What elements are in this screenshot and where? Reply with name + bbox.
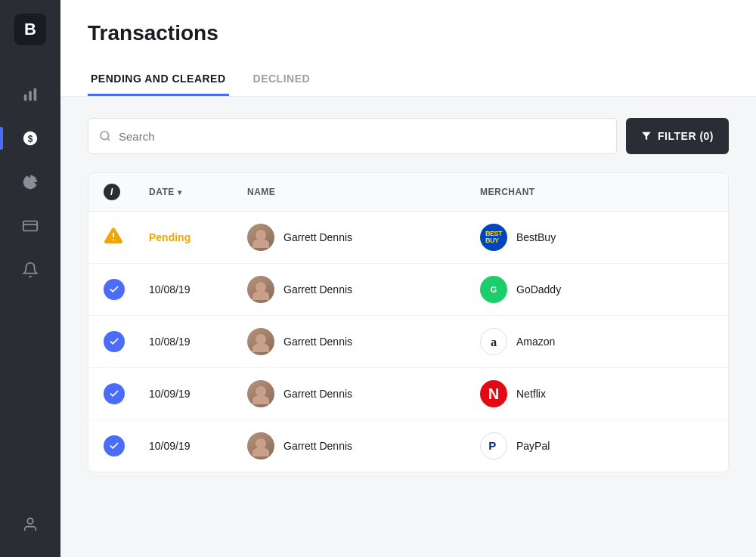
tab-declined[interactable]: DECLINED xyxy=(250,63,314,96)
header-info: i xyxy=(104,184,149,200)
transaction-date: Pending xyxy=(149,231,247,243)
name-cell: Garrett Dennis xyxy=(247,276,480,303)
name-cell: Garrett Dennis xyxy=(247,328,480,355)
transaction-date: 10/09/19 xyxy=(149,440,247,452)
merchant-logo-paypal: P xyxy=(480,432,507,460)
header-name: NAME xyxy=(247,184,480,200)
page-title: Transactions xyxy=(88,21,729,45)
merchant-cell: BESTBUY BestBuy xyxy=(480,224,713,251)
sidebar-item-cards[interactable] xyxy=(0,207,60,245)
merchant-name: GoDaddy xyxy=(516,283,561,296)
sidebar-nav: $ xyxy=(0,76,60,289)
cardholder-name: Garrett Dennis xyxy=(284,388,352,400)
pie-chart-icon xyxy=(22,174,39,190)
content-area: FILTER (0) i DATE ▾ NAME MERCHANT xyxy=(60,97,756,557)
user-icon xyxy=(22,516,39,533)
svg-line-9 xyxy=(107,138,110,141)
name-cell: Garrett Dennis xyxy=(247,432,480,460)
table-row[interactable]: 10/09/19 Garrett Dennis N Netflix xyxy=(88,368,728,420)
sidebar-item-analytics[interactable] xyxy=(0,76,60,113)
sidebar-item-profile[interactable] xyxy=(22,506,39,543)
transactions-table: i DATE ▾ NAME MERCHANT Pendi xyxy=(88,172,729,472)
search-input[interactable] xyxy=(119,130,606,143)
search-filter-row: FILTER (0) xyxy=(88,118,729,154)
merchant-cell: G GoDaddy xyxy=(480,276,713,303)
header-date[interactable]: DATE ▾ xyxy=(149,184,247,200)
cleared-icon xyxy=(104,383,125,404)
merchant-logo-amazon: a xyxy=(480,328,507,355)
app-logo: B xyxy=(14,14,46,45)
card-icon xyxy=(22,218,39,234)
status-cell xyxy=(104,435,149,456)
sidebar-item-reports[interactable] xyxy=(0,163,60,201)
table-row[interactable]: 10/08/19 Garrett Dennis G GoDaddy xyxy=(88,264,728,316)
warning-icon xyxy=(104,226,123,246)
table-row[interactable]: 10/08/19 Garrett Dennis a Amazon xyxy=(88,316,728,368)
filter-button-label: FILTER (0) xyxy=(658,130,714,142)
table-row[interactable]: 10/09/19 Garrett Dennis P PayPal xyxy=(88,420,728,472)
chart-bar-icon xyxy=(22,86,39,103)
name-cell: Garrett Dennis xyxy=(247,380,480,407)
status-cell xyxy=(104,331,149,352)
status-cell xyxy=(104,226,149,249)
merchant-logo-netflix: N xyxy=(480,380,507,407)
svg-text:$: $ xyxy=(28,134,33,144)
filter-button[interactable]: FILTER (0) xyxy=(626,118,729,154)
sort-arrow-icon: ▾ xyxy=(178,188,182,196)
sidebar: B $ xyxy=(0,0,60,557)
cardholder-name: Garrett Dennis xyxy=(284,231,352,243)
cardholder-name: Garrett Dennis xyxy=(284,440,352,452)
cleared-icon xyxy=(104,279,125,300)
merchant-logo-bestbuy: BESTBUY xyxy=(480,224,507,251)
svg-rect-0 xyxy=(24,94,27,101)
sidebar-bottom xyxy=(22,506,39,543)
svg-text:a: a xyxy=(491,335,497,349)
svg-rect-2 xyxy=(34,88,37,101)
tab-pending-cleared[interactable]: PENDING AND CLEARED xyxy=(88,63,229,96)
merchant-logo-godaddy: G xyxy=(480,276,507,303)
cleared-icon xyxy=(104,435,125,456)
svg-point-7 xyxy=(27,518,33,524)
page-header: Transactions PENDING AND CLEARED DECLINE… xyxy=(60,0,756,97)
name-cell: Garrett Dennis xyxy=(247,224,480,251)
merchant-name: PayPal xyxy=(516,440,550,452)
status-cell xyxy=(104,279,149,300)
svg-rect-1 xyxy=(29,91,32,101)
sidebar-item-transactions[interactable]: $ xyxy=(0,119,60,157)
svg-text:G: G xyxy=(491,285,497,294)
transaction-date: 10/09/19 xyxy=(149,388,247,400)
dollar-circle-icon: $ xyxy=(22,130,39,147)
merchant-name: Amazon xyxy=(516,336,555,348)
search-icon xyxy=(99,130,111,142)
svg-point-12 xyxy=(113,239,114,240)
avatar xyxy=(247,380,274,407)
cleared-icon xyxy=(104,331,125,352)
svg-text:P: P xyxy=(488,439,496,452)
merchant-cell: P PayPal xyxy=(480,432,713,460)
avatar xyxy=(247,432,274,460)
avatar xyxy=(247,276,274,303)
cardholder-name: Garrett Dennis xyxy=(284,283,352,296)
search-box xyxy=(88,118,617,154)
avatar xyxy=(247,328,274,355)
main-content: Transactions PENDING AND CLEARED DECLINE… xyxy=(60,0,756,557)
tab-bar: PENDING AND CLEARED DECLINED xyxy=(88,63,729,96)
sidebar-item-notifications[interactable] xyxy=(0,251,60,289)
table-header: i DATE ▾ NAME MERCHANT xyxy=(88,173,728,212)
cardholder-name: Garrett Dennis xyxy=(284,336,352,348)
svg-marker-10 xyxy=(642,132,651,141)
status-cell xyxy=(104,383,149,404)
transaction-date: 10/08/19 xyxy=(149,336,247,348)
header-merchant: MERCHANT xyxy=(480,184,713,200)
bell-icon xyxy=(22,261,39,278)
filter-icon xyxy=(641,131,652,141)
info-icon: i xyxy=(104,184,120,200)
transaction-date: 10/08/19 xyxy=(149,283,247,296)
merchant-cell: N Netflix xyxy=(480,380,713,407)
merchant-name: BestBuy xyxy=(516,231,556,243)
avatar xyxy=(247,224,274,251)
merchant-cell: a Amazon xyxy=(480,328,713,355)
svg-point-8 xyxy=(101,132,109,140)
svg-rect-5 xyxy=(23,221,37,231)
table-row[interactable]: Pending Garrett Dennis BESTBUY BestBuy xyxy=(88,212,728,264)
